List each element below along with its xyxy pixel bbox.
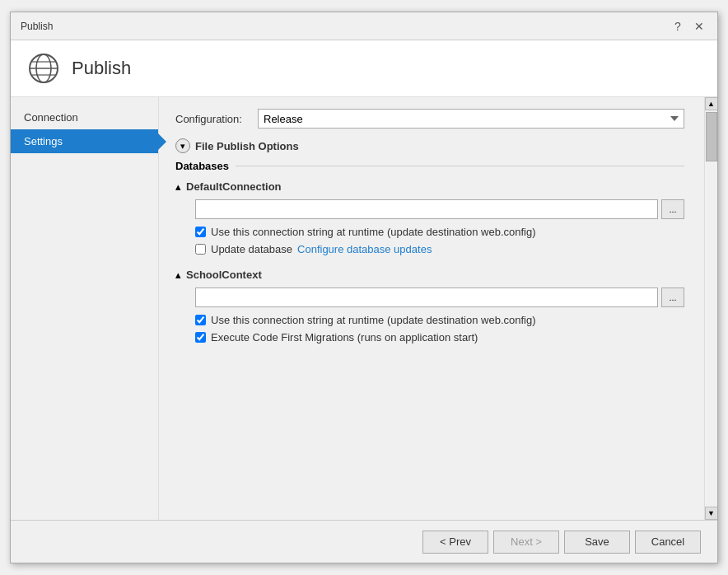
school-context-toggle[interactable]: ▴ — [175, 269, 181, 281]
config-select[interactable]: Release — [258, 109, 684, 129]
scrollbar-up-arrow[interactable]: ▲ — [705, 97, 718, 110]
globe-icon — [27, 52, 60, 85]
school-context-subsection: ▴ SchoolContext ... Use this connection … — [175, 269, 684, 344]
chevron-up-icon: ▴ — [175, 180, 181, 193]
default-connection-browse-btn[interactable]: ... — [661, 199, 684, 219]
file-publish-options-header[interactable]: ▾ File Publish Options — [175, 138, 684, 153]
sidebar-item-settings[interactable]: Settings — [11, 129, 158, 153]
default-connection-input[interactable] — [195, 199, 658, 219]
configure-db-link[interactable]: Configure database updates — [297, 243, 432, 255]
header-title: Publish — [72, 58, 131, 79]
help-button[interactable]: ? — [670, 18, 686, 35]
dc-runtime-checkbox[interactable] — [195, 227, 206, 237]
default-connection-header[interactable]: ▴ DefaultConnection — [175, 180, 684, 193]
scroll-content: Configuration: Release ▾ File Publish Op… — [175, 109, 701, 508]
sc-migrations-row: Execute Code First Migrations (runs on a… — [195, 331, 684, 344]
dc-runtime-label: Use this connection string at runtime (u… — [211, 226, 536, 238]
scrollbar-thumb[interactable] — [706, 112, 717, 161]
default-connection-subsection: ▴ DefaultConnection ... Use this connect… — [175, 180, 684, 255]
cancel-button[interactable]: Cancel — [635, 531, 701, 554]
title-bar: Publish ? ✕ — [11, 12, 717, 40]
header-section: Publish — [11, 40, 717, 97]
prev-button[interactable]: < Prev — [422, 531, 488, 554]
sc-runtime-checkbox[interactable] — [195, 315, 206, 325]
scrollbar-down-arrow[interactable]: ▼ — [705, 507, 718, 520]
file-publish-toggle[interactable]: ▾ — [175, 138, 190, 153]
school-context-header[interactable]: ▴ SchoolContext — [175, 269, 684, 281]
school-context-input[interactable] — [195, 288, 658, 307]
databases-section: Databases ▴ DefaultConnection ... — [175, 160, 684, 344]
dc-update-row: Update database Configure database updat… — [195, 243, 684, 255]
dc-update-label: Update database — [211, 243, 292, 255]
next-button[interactable]: Next > — [493, 531, 559, 554]
configuration-row: Configuration: Release — [175, 109, 684, 129]
sc-migrations-label: Execute Code First Migrations (runs on a… — [211, 331, 478, 344]
title-bar-controls: ? ✕ — [670, 18, 707, 35]
config-label: Configuration: — [175, 113, 250, 125]
sidebar-item-connection[interactable]: Connection — [11, 105, 158, 129]
school-context-input-row: ... — [195, 288, 684, 307]
default-connection-input-row: ... — [195, 199, 684, 219]
default-connection-toggle[interactable]: ▴ — [175, 180, 181, 193]
sc-runtime-label: Use this connection string at runtime (u… — [211, 314, 536, 326]
dc-runtime-row: Use this connection string at runtime (u… — [195, 226, 684, 238]
sidebar: Connection Settings — [11, 97, 159, 520]
main-content: Configuration: Release ▾ File Publish Op… — [159, 97, 717, 520]
dialog-title: Publish — [21, 21, 53, 32]
close-button[interactable]: ✕ — [691, 18, 707, 35]
save-button[interactable]: Save — [564, 531, 630, 554]
sc-migrations-checkbox[interactable] — [195, 332, 206, 343]
chevron-up-icon-2: ▴ — [175, 269, 181, 281]
scrollbar-track: ▲ ▼ — [704, 97, 717, 520]
school-context-browse-btn[interactable]: ... — [661, 288, 684, 307]
publish-dialog: Publish ? ✕ Publish Connection Setting — [10, 12, 718, 563]
footer: < Prev Next > Save Cancel — [11, 520, 717, 563]
school-context-title: SchoolContext — [186, 269, 262, 281]
default-connection-title: DefaultConnection — [186, 180, 282, 193]
databases-label: Databases — [175, 160, 684, 172]
file-publish-label: File Publish Options — [195, 140, 299, 152]
sc-runtime-row: Use this connection string at runtime (u… — [195, 314, 684, 326]
content-area: Connection Settings Configuration: Relea… — [11, 97, 717, 520]
chevron-down-icon: ▾ — [180, 141, 185, 152]
dc-update-checkbox[interactable] — [195, 244, 206, 255]
